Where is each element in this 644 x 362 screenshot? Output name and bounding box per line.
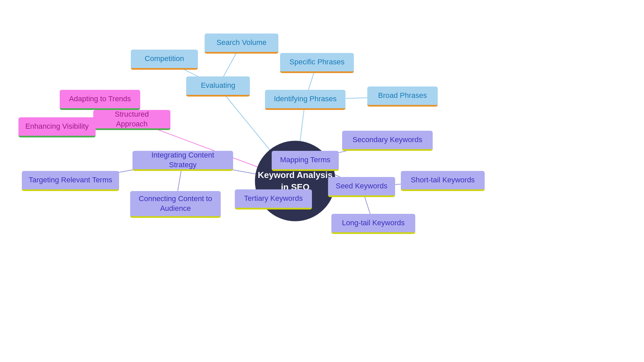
node-label-long-tail: Long-tail Keywords: [342, 218, 405, 228]
node-connecting-content[interactable]: Connecting Content toAudience: [130, 191, 221, 218]
node-integrating-content[interactable]: Integrating Content Strategy: [132, 151, 233, 171]
node-label-adapting-trends: Adapting to Trends: [69, 94, 131, 104]
node-targeting-relevant[interactable]: Targeting Relevant Terms: [22, 171, 119, 191]
node-adapting-trends[interactable]: Adapting to Trends: [60, 90, 140, 110]
node-label-structured-approach: Structured Approach: [99, 110, 164, 129]
node-specific-phrases[interactable]: Specific Phrases: [280, 53, 354, 73]
node-structured-approach[interactable]: Structured Approach: [93, 110, 170, 130]
node-label-broad-phrases: Broad Phrases: [378, 91, 427, 101]
node-identifying-phrases[interactable]: Identifying Phrases: [265, 90, 345, 110]
node-label-targeting-relevant: Targeting Relevant Terms: [29, 175, 112, 185]
node-competition[interactable]: Competition: [131, 50, 198, 70]
node-secondary-keywords[interactable]: Secondary Keywords: [342, 131, 433, 151]
node-label-competition: Competition: [145, 54, 184, 64]
node-label-connecting-content: Connecting Content toAudience: [139, 194, 212, 213]
node-enhancing-visibility[interactable]: Enhancing Visibility: [18, 117, 96, 137]
node-long-tail[interactable]: Long-tail Keywords: [331, 214, 415, 234]
node-evaluating[interactable]: Evaluating: [186, 76, 250, 97]
node-seed-keywords[interactable]: Seed Keywords: [328, 177, 395, 197]
node-broad-phrases[interactable]: Broad Phrases: [367, 86, 438, 107]
node-tertiary-keywords[interactable]: Tertiary Keywords: [235, 189, 312, 209]
node-label-search-volume: Search Volume: [216, 38, 266, 48]
node-label-specific-phrases: Specific Phrases: [289, 57, 344, 67]
node-label-enhancing-visibility: Enhancing Visibility: [25, 122, 89, 131]
node-short-tail[interactable]: Short-tail Keywords: [401, 171, 485, 191]
node-label-evaluating: Evaluating: [201, 81, 235, 90]
node-label-secondary-keywords: Secondary Keywords: [353, 135, 422, 145]
node-label-seed-keywords: Seed Keywords: [336, 181, 387, 191]
node-label-integrating-content: Integrating Content Strategy: [139, 151, 227, 170]
node-label-mapping-terms: Mapping Terms: [280, 155, 330, 165]
node-label-tertiary-keywords: Tertiary Keywords: [244, 194, 303, 203]
node-label-short-tail: Short-tail Keywords: [411, 175, 475, 185]
node-search-volume[interactable]: Search Volume: [205, 34, 278, 54]
node-label-identifying-phrases: Identifying Phrases: [274, 94, 336, 104]
node-mapping-terms[interactable]: Mapping Terms: [272, 151, 339, 171]
